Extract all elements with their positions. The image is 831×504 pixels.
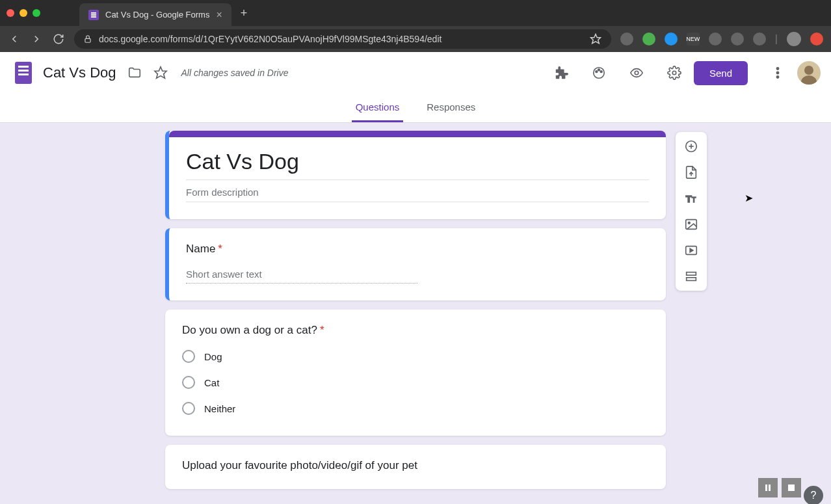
radio-option[interactable]: Neither bbox=[182, 402, 649, 415]
url-text: docs.google.com/forms/d/1QrEYytV662N0O5a… bbox=[99, 34, 442, 44]
question-label[interactable]: Do you own a dog or a cat?* bbox=[182, 324, 649, 337]
window-minimize-button[interactable] bbox=[20, 9, 27, 17]
url-bar[interactable]: docs.google.com/forms/d/1QrEYytV662N0O5a… bbox=[74, 29, 611, 49]
window-maximize-button[interactable] bbox=[33, 9, 40, 17]
form-tabs: Questions Responses bbox=[0, 94, 831, 123]
radio-icon bbox=[182, 402, 195, 415]
extension-icon[interactable] bbox=[642, 33, 655, 46]
account-avatar[interactable] bbox=[797, 61, 821, 85]
settings-icon[interactable] bbox=[666, 65, 682, 81]
extension-icon[interactable] bbox=[731, 33, 744, 46]
palette-icon[interactable] bbox=[591, 65, 607, 81]
form-description-input[interactable]: Form description bbox=[186, 187, 649, 202]
extension-icon[interactable] bbox=[709, 33, 722, 46]
radio-icon bbox=[182, 376, 195, 389]
star-icon[interactable] bbox=[153, 65, 168, 81]
question-card[interactable]: Upload your favourite photo/video/gif of… bbox=[165, 445, 666, 489]
more-menu-icon[interactable] bbox=[770, 65, 785, 81]
form-title-card[interactable]: Cat Vs Dog Form description bbox=[165, 131, 666, 219]
question-text: Name bbox=[186, 243, 215, 255]
radio-option[interactable]: Dog bbox=[182, 350, 649, 363]
svg-point-12 bbox=[776, 68, 778, 70]
question-label[interactable]: Name* bbox=[186, 243, 649, 256]
svg-point-11 bbox=[672, 71, 676, 75]
short-answer-placeholder: Short answer text bbox=[186, 269, 417, 284]
svg-rect-30 bbox=[769, 484, 771, 491]
new-tab-button[interactable]: + bbox=[241, 7, 248, 20]
form-canvas: Cat Vs Dog Form description Name* Short … bbox=[0, 123, 831, 504]
send-button[interactable]: Send bbox=[694, 61, 748, 85]
form-title-input[interactable]: Cat Vs Dog bbox=[186, 149, 649, 180]
add-title-icon[interactable]: TT bbox=[682, 189, 700, 207]
nav-forward-button[interactable] bbox=[30, 33, 43, 46]
lock-icon bbox=[83, 34, 92, 44]
svg-point-15 bbox=[804, 66, 813, 75]
profile-avatar-icon[interactable] bbox=[787, 32, 801, 46]
browser-toolbar: docs.google.com/forms/d/1QrEYytV662N0O5a… bbox=[0, 26, 831, 52]
window-close-button[interactable] bbox=[7, 9, 14, 17]
pause-recording-button[interactable] bbox=[758, 478, 778, 497]
svg-rect-28 bbox=[687, 278, 696, 281]
svg-point-10 bbox=[635, 71, 639, 75]
browser-tab[interactable]: Cat Vs Dog - Google Forms × bbox=[79, 3, 231, 26]
radio-option[interactable]: Cat bbox=[182, 376, 649, 389]
add-question-icon[interactable] bbox=[682, 137, 700, 155]
svg-rect-3 bbox=[85, 38, 90, 42]
extension-icon[interactable] bbox=[753, 33, 766, 46]
svg-rect-27 bbox=[687, 272, 696, 276]
addons-icon[interactable] bbox=[553, 65, 569, 81]
help-button[interactable]: ? bbox=[804, 486, 823, 504]
tab-questions[interactable]: Questions bbox=[352, 94, 404, 122]
tab-title: Cat Vs Dog - Google Forms bbox=[105, 10, 209, 20]
extension-icon[interactable] bbox=[665, 33, 678, 46]
svg-rect-23 bbox=[686, 220, 697, 230]
extension-icon[interactable] bbox=[620, 33, 633, 46]
add-video-icon[interactable] bbox=[682, 241, 700, 259]
question-text: Do you own a dog or a cat? bbox=[182, 324, 317, 336]
svg-rect-31 bbox=[788, 484, 795, 491]
radio-icon bbox=[182, 350, 195, 363]
tab-responses[interactable]: Responses bbox=[423, 94, 479, 122]
svg-point-8 bbox=[598, 69, 600, 71]
svg-point-13 bbox=[776, 72, 778, 73]
mouse-cursor-icon: ➤ bbox=[745, 192, 753, 204]
import-questions-icon[interactable] bbox=[682, 163, 700, 181]
extension-icon[interactable]: NEW bbox=[687, 33, 700, 46]
question-card[interactable]: Name* Short answer text bbox=[165, 228, 666, 300]
add-image-icon[interactable] bbox=[682, 215, 700, 233]
svg-point-9 bbox=[600, 71, 602, 73]
move-to-folder-icon[interactable] bbox=[127, 65, 142, 81]
question-label[interactable]: Upload your favourite photo/video/gif of… bbox=[182, 459, 649, 472]
window-controls bbox=[7, 9, 40, 17]
svg-marker-5 bbox=[154, 67, 166, 78]
svg-marker-4 bbox=[590, 34, 600, 44]
svg-rect-0 bbox=[91, 12, 96, 14]
svg-text:T: T bbox=[692, 196, 696, 204]
radio-label: Neither bbox=[204, 403, 235, 414]
svg-rect-2 bbox=[91, 16, 96, 18]
tab-close-icon[interactable]: × bbox=[216, 9, 222, 21]
preview-icon[interactable] bbox=[629, 65, 644, 81]
stop-recording-button[interactable] bbox=[782, 478, 801, 497]
recording-controls bbox=[758, 478, 801, 497]
extension-icons: NEW | bbox=[620, 32, 823, 46]
svg-point-24 bbox=[688, 222, 690, 224]
browser-tab-strip: Cat Vs Dog - Google Forms × + bbox=[0, 0, 831, 26]
save-status: All changes saved in Drive bbox=[181, 68, 289, 78]
question-card[interactable]: Do you own a dog or a cat?* Dog Cat Neit… bbox=[165, 310, 666, 436]
svg-rect-1 bbox=[91, 14, 96, 16]
extension-icon[interactable] bbox=[810, 33, 823, 46]
required-star-icon: * bbox=[320, 324, 324, 336]
nav-reload-button[interactable] bbox=[52, 33, 65, 46]
tab-favicon-icon bbox=[88, 10, 99, 20]
svg-point-7 bbox=[596, 71, 598, 73]
question-toolbar: TT bbox=[676, 132, 707, 291]
radio-label: Dog bbox=[204, 351, 222, 362]
form-name[interactable]: Cat Vs Dog bbox=[43, 64, 116, 81]
nav-back-button[interactable] bbox=[8, 33, 21, 46]
add-section-icon[interactable] bbox=[682, 267, 700, 285]
bookmark-star-icon[interactable] bbox=[589, 33, 602, 46]
svg-point-16 bbox=[801, 75, 817, 85]
forms-logo-icon[interactable] bbox=[10, 60, 36, 86]
svg-marker-26 bbox=[690, 248, 693, 252]
